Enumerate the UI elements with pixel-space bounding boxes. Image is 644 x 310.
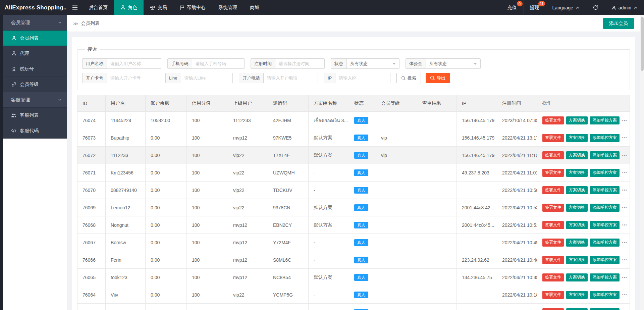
status-select[interactable]: 所有状态 [347,59,399,68]
cell-plan: - [309,251,349,269]
sign-file-button[interactable]: 签署文件 [542,291,564,299]
sidebar-group-member-management[interactable]: 会员管理 [3,15,67,31]
sign-file-button[interactable]: 签署文件 [542,273,564,281]
ip-input[interactable] [335,73,388,83]
sidebar-item-member-list[interactable]: 会员列表 [3,31,67,46]
cell-credit: 100 [187,234,228,251]
add-single-control-button[interactable]: 添加单控方案 [590,273,620,281]
add-single-control-button[interactable]: 添加单控方案 [590,169,620,177]
plan-switch-button[interactable]: 方案切换 [566,221,588,229]
sign-file-button[interactable]: 签署文件 [542,204,564,212]
open-phone-input[interactable] [264,73,317,83]
withdraw-nav-item[interactable]: 提现 11 [523,0,546,15]
plan-switch-button[interactable]: 方案切换 [566,169,588,177]
plan-switch-button[interactable]: 方案切换 [566,308,588,310]
recharge-nav-item[interactable]: 充值 0 [501,0,523,15]
plan-switch-button[interactable]: 方案切换 [566,186,588,194]
nav-item-help-center[interactable]: 帮助中心 [173,0,212,15]
sidebar-group-support-management[interactable]: 客服管理 [3,92,67,108]
reg-time-input[interactable] [275,59,324,68]
row-more-button[interactable]: ⋯ [622,222,627,227]
plan-switch-button[interactable]: 方案切换 [566,291,588,299]
add-single-control-button[interactable]: 添加单控方案 [590,221,620,229]
row-more-button[interactable]: ⋯ [622,257,627,262]
cell-status: 真人 [349,147,376,164]
language-dropdown[interactable]: Language [546,0,586,15]
add-single-control-button[interactable]: 添加单控方案 [590,186,620,194]
sign-file-button[interactable]: 签署文件 [542,151,564,159]
sidebar-item-member-levels[interactable]: 会员等级 [3,77,67,92]
search-row-2: 开户卡号 Line 开户电话 IP [82,73,625,83]
username-input[interactable] [107,59,160,68]
sign-file-button[interactable]: 签署文件 [542,116,564,124]
cell-actions: 签署文件方案切换添加单控方案⋯ [537,164,630,182]
link-icon [11,82,16,87]
sign-file-button[interactable]: 签署文件 [542,239,564,247]
add-single-control-button[interactable]: 添加单控方案 [590,256,620,264]
row-more-button[interactable]: ⋯ [622,239,627,245]
vertical-scrollbar[interactable] [640,15,644,310]
sidebar-item-support-list[interactable]: 客服列表 [3,108,67,123]
cell-reg: 2022/04/21 13:17 [497,129,537,147]
plan-switch-button[interactable]: 方案切换 [566,204,588,212]
sign-file-button[interactable]: 签署文件 [542,186,564,194]
collapse-sidebar-button[interactable] [67,0,83,15]
plan-switch-button[interactable]: 方案切换 [566,273,588,281]
nav-item-roles[interactable]: 角色 [114,0,144,15]
admin-dropdown[interactable]: admin [605,0,644,15]
cell-id: 76073 [77,129,106,147]
row-more-button[interactable]: ⋯ [622,117,627,123]
phone-input[interactable] [192,59,244,68]
nav-item-transactions[interactable]: 交易 [144,0,173,15]
sign-file-button[interactable]: 签署文件 [542,221,564,229]
nav-item-system[interactable]: 系统管理 [212,0,244,15]
line-label: Line [166,73,181,83]
sign-file-button[interactable]: 签署文件 [542,134,564,142]
add-member-button[interactable]: 添加会员 [603,18,634,29]
search-button[interactable]: 搜索 [396,73,421,83]
row-more-button[interactable]: ⋯ [622,135,627,140]
add-single-control-button[interactable]: 添加单控方案 [590,308,620,310]
row-more-button[interactable]: ⋯ [622,187,627,193]
add-single-control-button[interactable]: 添加单控方案 [590,204,620,212]
row-more-button[interactable]: ⋯ [622,152,627,158]
cell-ip: 2001:44c8:42... [457,199,497,216]
plan-switch-button[interactable]: 方案切换 [566,151,588,159]
column-header-actions: 操作 [537,95,630,112]
sidebar-item-support-code[interactable]: 客服代码 [3,123,67,139]
sidebar-item-trial-accounts[interactable]: 试玩号 [3,61,67,77]
sign-file-button[interactable]: 签署文件 [542,256,564,264]
export-button[interactable]: 导出 [426,73,450,83]
line-input[interactable] [181,73,231,83]
cell-balance: 0.00 [146,182,187,199]
cell-actions: 签署文件方案切换添加单控方案⋯ [537,304,630,310]
trial-fund-select[interactable]: 所有状态 [426,59,480,68]
row-more-button[interactable]: ⋯ [622,169,627,175]
nav-item-dashboard[interactable]: 后台首页 [83,0,114,15]
sign-file-button[interactable]: 签署文件 [542,308,564,310]
cell-reg: 2022/04/21 11:01 [497,164,537,182]
row-more-button[interactable]: ⋯ [622,204,627,210]
sign-file-button[interactable]: 签署文件 [542,169,564,177]
column-header-id: ID [77,95,106,112]
nav-item-mall[interactable]: 商城 [244,0,266,15]
cell-ip: 156.146.45.179 [457,112,497,129]
status-badge: 真人 [354,152,368,159]
add-single-control-button[interactable]: 添加单控方案 [590,134,620,142]
plan-switch-button[interactable]: 方案切换 [566,256,588,264]
cell-dup [417,286,457,304]
card-no-input[interactable] [107,73,158,83]
plan-switch-button[interactable]: 方案切换 [566,116,588,124]
cell-credit: 100 [187,199,228,216]
row-more-button[interactable]: ⋯ [622,292,627,297]
row-more-button[interactable]: ⋯ [622,274,627,280]
refresh-button[interactable] [586,0,605,15]
add-single-control-button[interactable]: 添加单控方案 [590,239,620,247]
plan-switch-button[interactable]: 方案切换 [566,239,588,247]
add-single-control-button[interactable]: 添加单控方案 [590,116,620,124]
scrollbar-thumb[interactable] [641,17,644,71]
add-single-control-button[interactable]: 添加单控方案 [590,291,620,299]
add-single-control-button[interactable]: 添加单控方案 [590,151,620,159]
plan-switch-button[interactable]: 方案切换 [566,134,588,142]
sidebar-item-agents[interactable]: 代理 [3,46,67,61]
